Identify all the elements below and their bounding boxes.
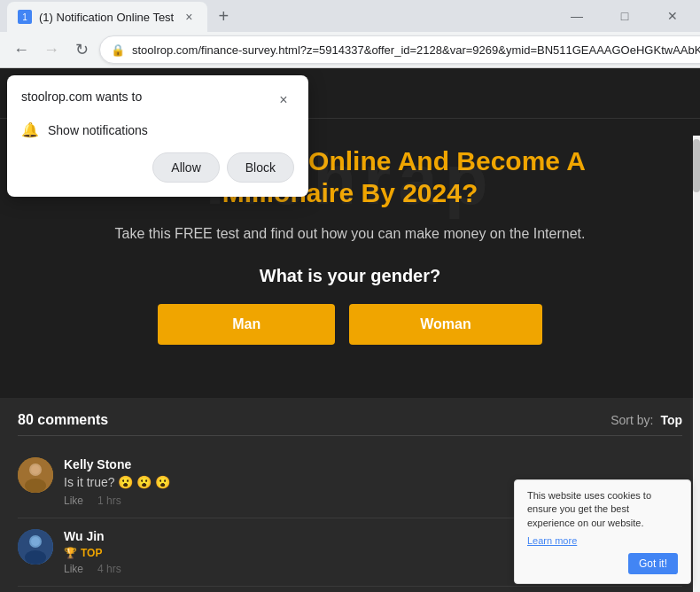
forward-button[interactable]: → bbox=[37, 35, 66, 64]
like-button[interactable]: Like bbox=[64, 495, 83, 507]
man-button[interactable]: Man bbox=[158, 304, 335, 345]
gender-question: What is your gender? bbox=[58, 266, 642, 286]
active-tab[interactable]: 1 (1) Notification Online Test × bbox=[7, 2, 207, 32]
cookie-consent: This website uses cookies to ensure you … bbox=[514, 479, 691, 584]
maximize-button[interactable]: □ bbox=[604, 0, 645, 32]
allow-button[interactable]: Allow bbox=[152, 152, 219, 183]
svg-point-3 bbox=[31, 465, 40, 474]
trophy-icon: 🏆 bbox=[64, 547, 77, 559]
minimize-button[interactable]: — bbox=[556, 0, 597, 32]
show-notifications-label: Show notifications bbox=[48, 123, 148, 137]
lock-icon: 🔒 bbox=[111, 43, 125, 57]
back-button[interactable]: ← bbox=[7, 35, 35, 64]
comments-header: 80 comments Sort by: Top bbox=[18, 412, 682, 436]
page-content: 📋 Online Test richrap A Great Career Onl… bbox=[0, 68, 700, 592]
window-controls: — □ ✕ bbox=[556, 0, 693, 32]
scrollbar-thumb[interactable] bbox=[693, 139, 700, 192]
avatar bbox=[18, 457, 53, 493]
new-tab-button[interactable]: + bbox=[211, 4, 236, 28]
comments-count: 80 comments bbox=[18, 412, 108, 428]
bell-icon: 🔔 bbox=[21, 121, 39, 138]
got-it-button[interactable]: Got it! bbox=[628, 553, 678, 574]
badge-label: TOP bbox=[81, 547, 102, 559]
notification-row: 🔔 Show notifications bbox=[21, 121, 294, 138]
avatar bbox=[18, 529, 53, 565]
learn-more-link[interactable]: Learn more bbox=[527, 535, 678, 546]
popup-close-button[interactable]: × bbox=[273, 90, 294, 111]
notification-popup: stoolrop.com wants to × 🔔 Show notificat… bbox=[7, 75, 308, 197]
tab-close-button[interactable]: × bbox=[181, 9, 197, 25]
like-button[interactable]: Like bbox=[64, 563, 83, 575]
popup-title: stoolrop.com wants to bbox=[21, 90, 142, 104]
sort-control[interactable]: Sort by: Top bbox=[611, 413, 682, 427]
woman-button[interactable]: Woman bbox=[349, 304, 541, 345]
tab-title: (1) Notification Online Test bbox=[39, 11, 174, 24]
url-bar[interactable]: 🔒 stoolrop.com/finance-survey.html?z=591… bbox=[99, 35, 700, 64]
comment-time: 1 hrs bbox=[97, 495, 121, 507]
cookie-text: This website uses cookies to ensure you … bbox=[527, 489, 678, 530]
popup-header: stoolrop.com wants to × bbox=[21, 90, 294, 111]
tab-bar: 1 (1) Notification Online Test × + — □ ✕ bbox=[0, 0, 700, 32]
popup-buttons: Allow Block bbox=[21, 152, 294, 183]
browser-chrome: 1 (1) Notification Online Test × + — □ ✕… bbox=[0, 0, 700, 68]
address-bar: ← → ↻ 🔒 stoolrop.com/finance-survey.html… bbox=[0, 32, 700, 67]
nav-buttons: ← → ↻ bbox=[7, 35, 96, 64]
scrollbar-track bbox=[693, 136, 700, 592]
commenter-name: Kelly Stone bbox=[64, 457, 682, 471]
sort-label: Sort by: bbox=[611, 413, 653, 427]
url-text: stoolrop.com/finance-survey.html?z=59143… bbox=[132, 43, 700, 57]
subtext: Take this FREE test and find out how you… bbox=[58, 223, 642, 245]
tab-favicon: 1 bbox=[18, 10, 32, 24]
block-button[interactable]: Block bbox=[227, 152, 294, 183]
comment-time: 4 hrs bbox=[97, 563, 121, 575]
comment-item: Jean Bellmore @A Ruccino bbox=[18, 587, 682, 592]
svg-point-7 bbox=[31, 537, 40, 546]
svg-point-6 bbox=[25, 550, 46, 565]
sort-value: Top bbox=[660, 413, 682, 427]
close-window-button[interactable]: ✕ bbox=[652, 0, 693, 32]
reload-button[interactable]: ↻ bbox=[67, 35, 96, 64]
svg-point-2 bbox=[25, 479, 46, 493]
gender-buttons: Man Woman bbox=[58, 304, 642, 345]
